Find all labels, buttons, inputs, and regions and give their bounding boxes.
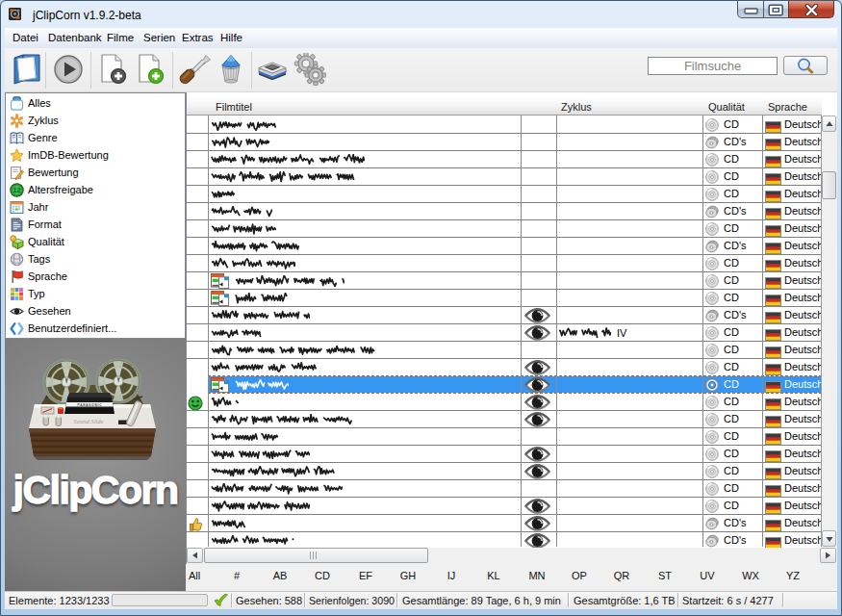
svg-text:P A N A S O N I C: P A N A S O N I C	[78, 403, 103, 407]
svg-text:Sound Slide: Sound Slide	[74, 418, 104, 424]
svg-text:12: 12	[13, 186, 20, 194]
